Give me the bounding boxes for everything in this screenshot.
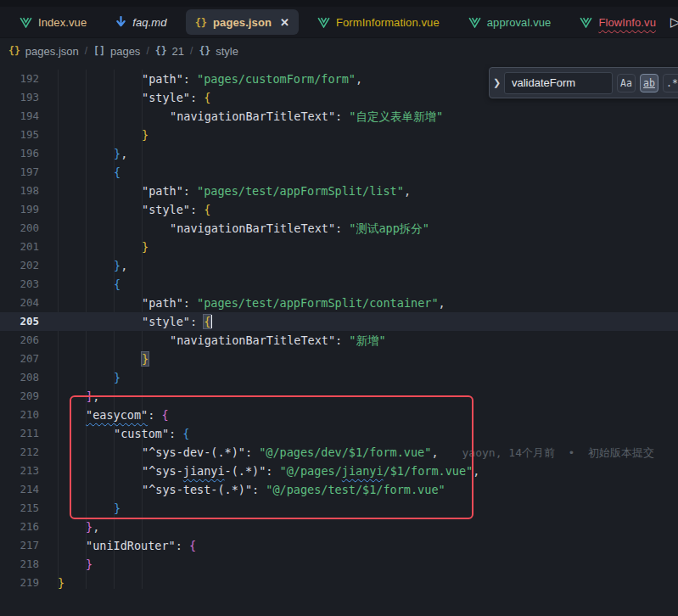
- close-icon[interactable]: ✕: [280, 16, 289, 29]
- tab-label: approval.vue: [487, 16, 552, 29]
- line-number: 212: [0, 443, 39, 462]
- line-number: 203: [0, 275, 39, 294]
- regex-icon[interactable]: .*: [663, 74, 678, 92]
- code-line[interactable]: 211"custom": {: [0, 424, 678, 443]
- tab-pages-json[interactable]: {}pages.json✕: [186, 9, 299, 35]
- line-number: 195: [0, 126, 39, 144]
- breadcrumb-label: pages.json: [25, 45, 79, 58]
- code-line[interactable]: 210"easycom": {: [0, 406, 678, 424]
- code-line[interactable]: 215}: [0, 499, 678, 518]
- git-blame-annotation: yaoyn, 14个月前 • 初始版本提交: [462, 446, 655, 459]
- tab-scroll-right-icon[interactable]: ▷: [670, 14, 678, 30]
- line-number: 207: [0, 350, 39, 368]
- breadcrumb: {}pages.json/[]pages/{}21/{}style: [0, 38, 678, 64]
- code-line[interactable]: 204"path": "pages/test/appFormSplit/cont…: [0, 294, 678, 312]
- line-number: 202: [0, 256, 39, 275]
- line-number: 196: [0, 144, 39, 163]
- tab-approval-vue[interactable]: approval.vue: [454, 7, 566, 38]
- code-line[interactable]: 198"path": "pages/test/appFormSplit/list…: [0, 182, 678, 200]
- code-line[interactable]: 207}: [0, 350, 678, 368]
- symbol-icon: []: [93, 45, 105, 57]
- line-number: 210: [0, 406, 39, 424]
- code-line[interactable]: 205"style": {: [0, 312, 678, 331]
- code-line[interactable]: 200"navigationBarTitleText": "测试app拆分": [0, 219, 678, 238]
- line-number: 204: [0, 294, 39, 312]
- code-line[interactable]: 219}: [0, 574, 678, 592]
- find-widget: ❯ Aa ab .*: [489, 67, 678, 98]
- text-cursor: [210, 315, 212, 328]
- code-line[interactable]: 197{: [0, 163, 678, 182]
- whole-word-icon[interactable]: ab: [640, 74, 658, 92]
- line-number: 209: [0, 387, 39, 406]
- line-number: 214: [0, 480, 39, 499]
- tab-faq-md[interactable]: faq.md: [101, 7, 181, 38]
- line-number: 217: [0, 536, 39, 555]
- breadcrumb-separator: /: [146, 45, 148, 57]
- tab-label: FlowInfo.vu: [598, 16, 656, 29]
- line-number: 208: [0, 368, 39, 387]
- breadcrumb-separator: /: [190, 45, 193, 57]
- tab-label: faq.md: [132, 16, 166, 29]
- line-number: 211: [0, 424, 39, 443]
- find-input[interactable]: [504, 72, 613, 94]
- breadcrumb-item-pages[interactable]: []pages: [93, 45, 140, 58]
- tab-label: Index.vue: [38, 16, 87, 29]
- vue-icon: [580, 17, 592, 28]
- breadcrumb-separator: /: [85, 45, 87, 57]
- breadcrumb-label: pages: [110, 45, 140, 58]
- tab-index-vue[interactable]: Index.vue: [5, 7, 101, 38]
- code-lines: 192"path": "pages/customForm/form",193"s…: [0, 64, 678, 592]
- line-number: 200: [0, 219, 39, 238]
- code-line[interactable]: 216},: [0, 518, 678, 536]
- code-line[interactable]: 209],: [0, 387, 678, 406]
- line-number: 194: [0, 107, 39, 126]
- line-number: 197: [0, 163, 39, 182]
- line-number: 218: [0, 555, 39, 574]
- line-number: 216: [0, 518, 39, 536]
- code-line[interactable]: 206"navigationBarTitleText": "新增": [0, 331, 678, 350]
- arrow-down-icon: [115, 16, 126, 28]
- line-number: 206: [0, 331, 39, 350]
- breadcrumb-item-21[interactable]: {}21: [155, 45, 184, 58]
- tab-label: pages.json: [213, 16, 272, 29]
- find-collapse-chevron-icon[interactable]: ❯: [490, 77, 504, 88]
- code-line[interactable]: 196},: [0, 144, 678, 163]
- tab-flowinfo-vu[interactable]: FlowInfo.vu: [565, 7, 670, 38]
- code-line[interactable]: 212"^sys-dev-(.*)": "@/pages/dev/$1/form…: [0, 443, 678, 462]
- code-line[interactable]: 213"^sys-jianyi-(.*)": "@/pages/jianyi/$…: [0, 462, 678, 480]
- line-number: 219: [0, 574, 39, 592]
- code-line[interactable]: 195}: [0, 126, 678, 144]
- tab-forminformation-vue[interactable]: FormInformation.vue: [303, 7, 454, 38]
- match-case-icon[interactable]: Aa: [617, 74, 636, 92]
- symbol-icon: {}: [8, 45, 20, 57]
- tab-bar: Index.vuefaq.md{}pages.json✕FormInformat…: [0, 7, 678, 38]
- code-line[interactable]: 202},: [0, 256, 678, 275]
- vue-icon: [468, 17, 481, 28]
- line-number: 213: [0, 462, 39, 480]
- code-line[interactable]: 201}: [0, 238, 678, 256]
- code-line[interactable]: 217"uniIdRouter": {: [0, 536, 678, 555]
- code-line[interactable]: 214"^sys-test-(.*)": "@/pages/test/$1/fo…: [0, 480, 678, 499]
- line-number: 199: [0, 200, 39, 219]
- editor[interactable]: 192"path": "pages/customForm/form",193"s…: [0, 64, 678, 616]
- code-line[interactable]: 203{: [0, 275, 678, 294]
- breadcrumb-item-pages.json[interactable]: {}pages.json: [8, 45, 79, 58]
- code-line[interactable]: 208}: [0, 368, 678, 387]
- line-number: 215: [0, 499, 39, 518]
- line-number: 198: [0, 182, 39, 200]
- code-line[interactable]: 194"navigationBarTitleText": "自定义表单新增": [0, 107, 678, 126]
- breadcrumb-label: style: [216, 45, 238, 58]
- breadcrumb-item-style[interactable]: {}style: [199, 45, 238, 58]
- vue-icon: [317, 17, 330, 28]
- json-braces-icon: {}: [195, 16, 207, 29]
- symbol-icon: {}: [199, 45, 210, 57]
- line-number: 201: [0, 238, 39, 256]
- line-number: 205: [0, 312, 39, 331]
- breadcrumb-label: 21: [172, 45, 184, 58]
- symbol-icon: {}: [155, 45, 167, 57]
- vue-icon: [20, 17, 32, 28]
- code-line[interactable]: 218}: [0, 555, 678, 574]
- tab-label: FormInformation.vue: [336, 16, 440, 29]
- line-number: 192: [0, 70, 39, 88]
- code-line[interactable]: 199"style": {: [0, 200, 678, 219]
